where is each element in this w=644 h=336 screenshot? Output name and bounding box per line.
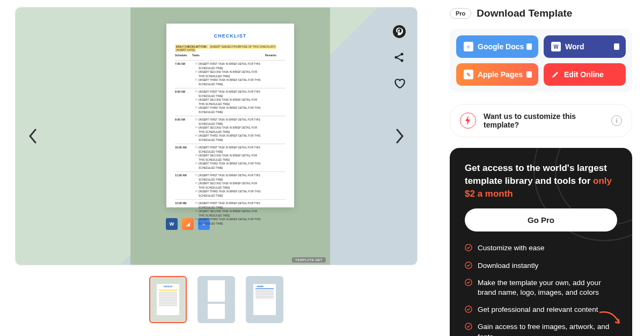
customize-row[interactable]: Want us to customize this template? i bbox=[450, 104, 632, 137]
bolt-icon bbox=[464, 116, 472, 125]
gdocs-icon: ≡ bbox=[464, 42, 473, 51]
bolt-icon-circle bbox=[460, 113, 476, 129]
pages-label: Apple Pages bbox=[478, 70, 523, 79]
go-pro-button[interactable]: Go Pro bbox=[465, 208, 617, 232]
thumbnail-1[interactable]: CHECKLIST bbox=[149, 276, 187, 323]
apple-pages-button[interactable]: ✎ Apple Pages bbox=[456, 63, 538, 86]
download-mini-icon bbox=[614, 43, 619, 50]
thumbnail-2[interactable] bbox=[197, 276, 235, 323]
check-icon bbox=[465, 305, 472, 313]
info-icon[interactable]: i bbox=[611, 115, 622, 126]
feature-item: Make the template your own, add your bra… bbox=[465, 278, 617, 297]
preview-box: CHECKLIST DAILY CHECKLIST FOR: [INSERT S… bbox=[15, 7, 418, 265]
thumbnail-strip: CHECKLIST ≡ HEADER bbox=[15, 276, 418, 323]
thumbnail-3[interactable]: ≡ HEADER bbox=[246, 276, 283, 323]
check-icon bbox=[465, 262, 472, 269]
pinterest-icon bbox=[392, 25, 406, 39]
feature-item: Customize with ease bbox=[465, 243, 617, 253]
download-buttons: ≡ Google Docs W Word ✎ Apple Pages Edit … bbox=[450, 29, 632, 92]
doc-row: 8:00 AM[INSERT FIRST TASK IN BRIEF DETAI… bbox=[175, 88, 286, 116]
check-icon bbox=[465, 323, 472, 330]
check-icon bbox=[465, 279, 472, 286]
share-button[interactable] bbox=[391, 49, 407, 65]
watermark: TEMPLATE.NET bbox=[292, 257, 326, 263]
share-icon bbox=[393, 51, 406, 64]
word-file-icon: W bbox=[166, 218, 178, 230]
prev-arrow[interactable] bbox=[22, 125, 43, 147]
check-icon bbox=[465, 244, 472, 251]
pro-card: Get access to the world's largest templa… bbox=[450, 148, 632, 336]
action-icons bbox=[391, 24, 407, 91]
doc-title: CHECKLIST bbox=[175, 33, 286, 39]
pencil-icon bbox=[551, 70, 560, 79]
download-title: Download Template bbox=[477, 8, 572, 19]
doc-table: 7:00 AM[INSERT FIRST TASK IN BRIEF DETAI… bbox=[175, 60, 286, 227]
doc-table-header: Schedule Tasks Remarks bbox=[175, 54, 286, 57]
chevron-left-icon bbox=[28, 129, 38, 144]
feature-list: Customize with easeDownload instantlyMak… bbox=[465, 243, 617, 336]
preview-content: CHECKLIST DAILY CHECKLIST FOR: [INSERT S… bbox=[130, 8, 330, 265]
doc-row: 10:00 AM[INSERT FIRST TASK IN BRIEF DETA… bbox=[175, 144, 286, 171]
doc-row: 7:00 AM[INSERT FIRST TASK IN BRIEF DETAI… bbox=[175, 60, 286, 88]
pro-badge: Pro bbox=[450, 8, 471, 19]
feature-item: Gain access to free images, artwork, and… bbox=[465, 322, 617, 336]
pro-heading: Get access to the world's largest templa… bbox=[465, 162, 617, 200]
word-button[interactable]: W Word bbox=[544, 35, 626, 58]
customize-text: Want us to customize this template? bbox=[484, 112, 604, 129]
side-panel: Pro Download Template ≡ Google Docs W Wo… bbox=[450, 0, 632, 336]
doc-row: 11:00 AM[INSERT FIRST TASK IN BRIEF DETA… bbox=[175, 171, 286, 199]
edit-label: Edit Online bbox=[564, 70, 604, 79]
next-arrow[interactable] bbox=[389, 125, 411, 147]
feature-item: Get professional and relevant content bbox=[465, 305, 617, 315]
svg-line-5 bbox=[397, 58, 401, 60]
gdocs-label: Google Docs bbox=[478, 42, 524, 51]
download-mini-icon bbox=[526, 71, 532, 78]
edit-online-button[interactable]: Edit Online bbox=[544, 63, 626, 86]
pinterest-button[interactable] bbox=[391, 24, 407, 40]
document-preview: CHECKLIST DAILY CHECKLIST FOR: [INSERT S… bbox=[166, 24, 294, 207]
svg-line-4 bbox=[397, 55, 401, 57]
favorite-button[interactable] bbox=[391, 75, 407, 91]
pages-icon: ✎ bbox=[464, 70, 473, 79]
word-label: Word bbox=[565, 42, 584, 51]
chevron-right-icon bbox=[395, 129, 405, 144]
arrow-decoration bbox=[597, 310, 624, 329]
feature-item: Download instantly bbox=[465, 261, 617, 271]
heart-icon bbox=[392, 76, 406, 90]
download-header: Pro Download Template bbox=[450, 8, 632, 19]
doc-row: 9:00 AM[INSERT FIRST TASK IN BRIEF DETAI… bbox=[175, 116, 286, 144]
download-mini-icon bbox=[526, 43, 532, 50]
pages-file-icon: ◢ bbox=[182, 218, 194, 230]
word-icon: W bbox=[551, 42, 561, 51]
google-docs-button[interactable]: ≡ Google Docs bbox=[456, 35, 538, 58]
preview-panel: CHECKLIST DAILY CHECKLIST FOR: [INSERT S… bbox=[15, 0, 418, 336]
